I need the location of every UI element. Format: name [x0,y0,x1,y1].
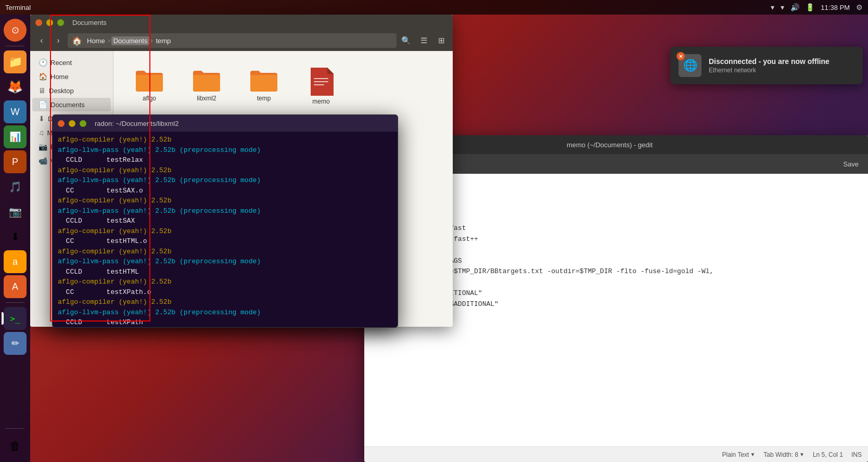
sidebar-label-recent: Recent [50,59,72,67]
breadcrumb-home[interactable]: Home [85,36,107,45]
tab-width-label: Tab Width: 8 [763,451,798,458]
dock-item-software[interactable]: A [4,275,27,298]
terminal-line: aflgo-compiler (yeah!) 2.52b [58,297,392,307]
close-button[interactable] [35,19,42,26]
terminal-maximize-button[interactable] [80,120,86,127]
terminal-line: CC testHTML.o [58,236,392,247]
app-title: Terminal [5,4,31,11]
terminal-line: aflgo-llvm-pass (yeah!) 2.52b (preproces… [58,256,392,267]
dock-item-impress[interactable]: P [4,150,27,173]
svg-rect-0 [314,78,328,79]
gedit-title: memo (~/Documents) - gedit [399,141,820,149]
maximize-button[interactable] [57,19,64,26]
documents-icon: 📄 [39,100,47,109]
ubuntu-icon: ⊙ [11,24,19,36]
settings-icon[interactable]: ⚙ [856,3,863,11]
plain-text-label: Plain Text [722,451,749,458]
notification-text: Disconnected - you are now offline Ether… [709,57,854,74]
terminal-line: aflgo-llvm-pass (yeah!) 2.52b (preproces… [58,307,392,318]
tab-width-dropdown[interactable]: Tab Width: 8 ▼ [763,451,805,458]
terminal-body[interactable]: aflgo-compiler (yeah!) 2.52baflgo-llvm-p… [53,132,398,327]
dock-item-terminal[interactable]: >_ [4,307,27,330]
gedit-statusbar: Plain Text ▼ Tab Width: 8 ▼ Ln 5, Col 1 … [364,446,868,462]
dock-item-ubuntu[interactable]: ⊙ [4,19,27,42]
breadcrumb-temp[interactable]: temp [154,36,173,45]
home-breadcrumb-icon: 🏠 [72,36,82,46]
sound-icon[interactable]: 🔊 [790,3,799,11]
plain-text-dropdown[interactable]: Plain Text ▼ [722,451,756,458]
shotwell-icon: 📷 [9,206,22,218]
files-icon: 📁 [8,55,22,69]
system-bar-left: Terminal [5,4,31,11]
dock-item-files[interactable]: 📁 [4,50,27,73]
file-label-aflgo: aflgo [143,95,156,102]
dock-item-gedit[interactable]: ✏ [4,332,27,355]
ins-label: INS [851,451,862,458]
nav-forward-button[interactable]: › [51,33,66,48]
transmission-icon: ⬇ [11,230,20,243]
folder-icon-temp [249,68,278,93]
dock-item-amazon[interactable]: a [4,250,27,273]
terminal-line: CC testSAX.o [58,186,392,196]
home-icon: 🏠 [39,72,47,81]
file-manager-title: Documents [72,19,107,27]
svg-rect-1 [314,81,328,82]
sidebar-item-desktop[interactable]: 🖥 Desktop [32,84,111,97]
system-bar: Terminal ▾ ▾ 🔊 🔋 11:38 PM ⚙ [0,0,868,15]
notification-error-icon: ✕ [676,52,685,60]
folder-icon-libxml2 [192,68,221,93]
terminal-line: CCLD testXPath [58,317,392,327]
system-bar-right: ▾ ▾ 🔊 🔋 11:38 PM ⚙ [771,3,863,11]
ins-status: INS [851,451,862,458]
sidebar-item-recent[interactable]: 🕐 Recent [32,56,111,69]
desktop-icon: 🖥 [39,86,46,95]
minimize-button[interactable] [46,19,53,26]
gedit-save-button[interactable]: Save [839,158,863,170]
dock-item-calc[interactable]: 📊 [4,125,27,148]
terminal-line: aflgo-llvm-pass (yeah!) 2.52b (preproces… [58,145,392,156]
file-item-aflgo[interactable]: aflgo [126,63,173,109]
music-icon: ♫ [39,129,44,137]
dock-item-rhythmbox[interactable]: 🎵 [4,175,27,198]
amazon-icon: a [12,256,18,267]
list-view-button[interactable]: ☰ [416,33,431,48]
sidebar-label-documents: Documents [50,101,85,109]
file-item-temp[interactable]: temp [240,63,287,109]
sidebar-item-home[interactable]: 🏠 Home [32,70,111,83]
bluetooth-icon[interactable]: ▾ [781,3,784,11]
terminal-window: radon: ~/Documents/libxml2 aflgo-compile… [52,114,398,328]
file-label-memo: memo [312,98,329,105]
firefox-icon: 🦊 [7,80,23,94]
terminal-close-button[interactable] [58,120,65,127]
doc-icon-memo [309,68,334,96]
ln-col-label: Ln 5, Col 1 [813,451,843,458]
dock-divider-3 [6,428,24,429]
gedit-icon: ✏ [11,338,19,349]
file-item-libxml2[interactable]: libxml2 [183,63,230,109]
file-label-temp: temp [257,95,271,102]
terminal-line: CC testXPath.o [58,287,392,298]
dock-item-trash[interactable]: 🗑 [4,435,27,458]
notification-title: Disconnected - you are now offline [709,57,854,66]
terminal-line: aflgo-llvm-pass (yeah!) 2.52b (preproces… [58,206,392,216]
dock-divider-2 [6,302,24,303]
terminal-line: CCLD testSAX [58,216,392,226]
file-item-memo[interactable]: memo [298,63,344,109]
notification-subtitle: Ethernet network [709,67,854,74]
nav-back-button[interactable]: ‹ [34,33,49,48]
sidebar-item-documents[interactable]: 📄 Documents [32,98,111,111]
search-button[interactable]: 🔍 [399,33,413,48]
wifi-icon[interactable]: ▾ [771,3,774,11]
battery-icon: 🔋 [806,3,814,11]
file-manager-titlebar: Documents [30,15,453,30]
calc-icon: 📊 [9,131,21,143]
dock-item-writer[interactable]: W [4,100,27,123]
terminal-title: radon: ~/Documents/libxml2 [95,120,179,127]
dock-item-firefox[interactable]: 🦊 [4,75,27,98]
grid-view-button[interactable]: ⊞ [434,33,449,48]
terminal-minimize-button[interactable] [69,120,75,127]
pictures-icon: 📷 [39,143,47,151]
dock-item-transmission[interactable]: ⬇ [4,225,27,248]
dock-item-shotwell[interactable]: 📷 [4,200,27,223]
breadcrumb-documents[interactable]: Documents [111,36,150,45]
